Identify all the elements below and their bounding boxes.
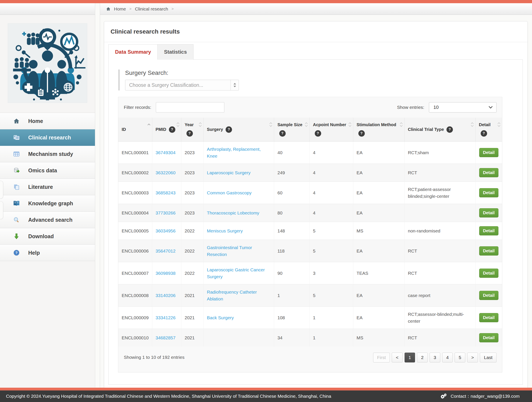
sidebar-item-clinical-research[interactable]: Clinical research [0, 129, 95, 146]
help-icon[interactable]: ? [358, 130, 365, 137]
detail-button[interactable]: Detail [479, 226, 498, 236]
breadcrumb-link-home[interactable]: Home [114, 6, 126, 12]
sidebar-item-home[interactable]: Home [0, 113, 95, 129]
detail-button[interactable]: Detail [479, 188, 498, 197]
sidebar-item-literature[interactable]: Literature [0, 179, 95, 195]
page-button-prev[interactable]: < [392, 353, 402, 363]
detail-button[interactable]: Detail [479, 268, 498, 278]
side-panel-handle[interactable] [0, 181, 3, 199]
tab-label: Statistics [164, 49, 187, 55]
detail-button[interactable]: Detail [479, 313, 498, 322]
help-icon[interactable]: ? [315, 130, 321, 137]
side-panel-handle[interactable] [0, 201, 3, 219]
sidebar-item-advanced-search[interactable]: Advanced search [0, 212, 95, 228]
sidebar-item-mechanism-study[interactable]: Mechanism study [0, 146, 95, 162]
column-header-clinical-trial-type[interactable]: Clinical Trial Type? [404, 118, 475, 141]
cell-pmid: 37730266 [152, 204, 181, 222]
surgery-link[interactable]: Meniscus Surgery [207, 228, 243, 233]
surgery-link[interactable]: Gastrointestinal Tumor Resection [207, 245, 252, 257]
cell-sample-size: 108 [274, 307, 309, 329]
contact-area: Contact：nadger_wang@139.com [440, 393, 519, 399]
table-toolbar: Filter records: Show entries: 10 [118, 97, 502, 118]
column-header-detail[interactable]: Detail? [475, 118, 502, 141]
detail-button[interactable]: Detail [479, 291, 498, 300]
page-button-page-1[interactable]: 1 [405, 353, 415, 363]
pmid-link[interactable]: 33140206 [156, 293, 176, 298]
sidebar-item-download[interactable]: Download [0, 228, 95, 245]
surgery-link[interactable]: Common Gastroscopy [207, 190, 252, 195]
sidebar-item-knowledge-graph[interactable]: Knowledge graph [0, 195, 95, 212]
column-header-sample-size[interactable]: Sample Size? [274, 118, 309, 141]
help-icon[interactable]: ? [186, 130, 193, 137]
surgery-link[interactable]: Radiofrequency Catheter Ablation [207, 289, 257, 301]
help-icon[interactable]: ? [446, 126, 453, 133]
surgery-classification-select[interactable]: Choose a Surgery Classification... [125, 80, 239, 90]
surgery-search-block: Surgery Search: Choose a Surgery Classif… [119, 70, 513, 90]
column-label: PMID [156, 127, 166, 132]
column-header-acpoint-number[interactable]: Acpoint Number? [309, 118, 353, 141]
surgery-link[interactable]: Laparoscopic Gastric Cancer Surgery [207, 267, 265, 279]
surgery-link[interactable]: Thoracoscopic Lobectomy [207, 211, 259, 215]
help-icon[interactable]: ? [481, 130, 487, 137]
sidebar-item-label: Knowledge graph [28, 200, 73, 207]
tab-statistics[interactable]: Statistics [158, 44, 194, 60]
page-item: 1 [405, 353, 415, 363]
home-icon [13, 117, 20, 125]
help-icon[interactable]: ? [169, 126, 175, 133]
column-label: Acpoint Number [313, 122, 346, 127]
column-header-pmid[interactable]: PMID? [152, 118, 181, 141]
filter-input[interactable] [156, 102, 224, 113]
column-header-stimulation-method[interactable]: Stimulation Method? [353, 118, 404, 141]
page-button-next[interactable]: > [467, 353, 478, 363]
tab-data-summary[interactable]: Data Summary [108, 44, 158, 60]
page-button-page-2[interactable]: 2 [417, 353, 428, 363]
results-table: IDPMID?Year?Surgery?Sample Size?Acpoint … [118, 118, 502, 347]
detail-button[interactable]: Detail [479, 168, 498, 177]
detail-button[interactable]: Detail [479, 333, 498, 342]
cell-sample-size: 40 [274, 141, 309, 164]
help-icon[interactable]: ? [226, 126, 232, 133]
breadcrumb-link-clinical-research[interactable]: Clinical research [135, 6, 168, 12]
show-entries-label: Show entries: [397, 105, 424, 110]
detail-button[interactable]: Detail [479, 208, 498, 217]
sidebar-item-help[interactable]: ? Help [0, 245, 95, 261]
cell-detail: Detail [475, 164, 502, 182]
pmid-link[interactable]: 37730266 [156, 211, 176, 215]
column-header-surgery[interactable]: Surgery? [203, 118, 274, 141]
cell-acpoint-number: 1 [309, 329, 353, 347]
pmid-link[interactable]: 34682857 [156, 335, 176, 340]
cell-acpoint-number: 5 [309, 240, 353, 262]
sidebar-item-omics-data[interactable]: Omics data [0, 162, 95, 179]
column-header-id[interactable]: ID [118, 118, 152, 141]
page-button-page-3[interactable]: 3 [430, 353, 440, 363]
cell-sample-size: 34 [274, 329, 309, 347]
column-header-year[interactable]: Year? [181, 118, 203, 141]
page-button-page-5[interactable]: 5 [455, 353, 465, 363]
detail-button[interactable]: Detail [479, 148, 498, 157]
show-entries-select[interactable]: 10 [429, 102, 496, 113]
page-button-page-4[interactable]: 4 [442, 353, 453, 363]
surgery-link[interactable]: Laparoscopic Surgery [207, 170, 251, 175]
cell-surgery: Back Surgery [203, 307, 274, 329]
pmid-link[interactable]: 36034956 [156, 228, 176, 233]
surgery-link[interactable]: Back Surgery [207, 315, 234, 320]
sort-icon [471, 123, 473, 126]
mechanism-study-icon [13, 150, 20, 158]
table-row: ENCL000010346828572021341MSRCTDetail [118, 329, 502, 347]
cell-clinical-trial-type [404, 204, 475, 222]
cell-clinical-trial-type: non-randomised [404, 222, 475, 240]
help-icon[interactable]: ? [279, 130, 286, 137]
tab-bar: Data Summary Statistics [108, 44, 523, 60]
pmid-link[interactable]: 36749304 [156, 150, 176, 155]
detail-button[interactable]: Detail [479, 246, 498, 255]
sidebar: Home Clinical research [0, 3, 95, 388]
surgery-link[interactable]: Arthroplasty, Replacement, Knee [207, 147, 261, 159]
pmid-link[interactable]: 36858243 [156, 190, 176, 195]
pmid-link[interactable]: 36322060 [156, 170, 176, 175]
select-spinner-icon[interactable] [230, 80, 239, 90]
pmid-link[interactable]: 35647012 [156, 249, 176, 253]
pmid-link[interactable]: 36098938 [156, 271, 176, 276]
page-button-last[interactable]: Last [480, 353, 496, 363]
contact-text: Contact：nadger_wang@139.com [450, 393, 519, 399]
pmid-link[interactable]: 33341226 [156, 315, 176, 320]
